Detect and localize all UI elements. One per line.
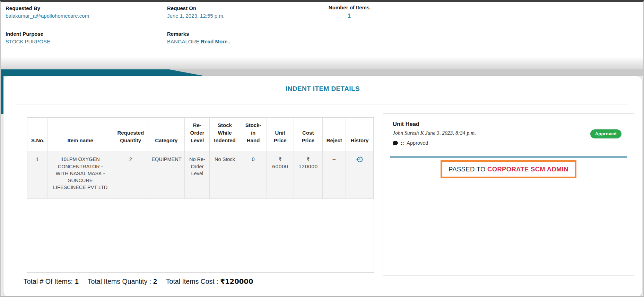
total-items-value: 1: [75, 278, 79, 285]
passed-to-box: PASSED TO CORPORATE SCM ADMIN: [441, 160, 576, 178]
col-reorder-level: Re-Order Level: [185, 118, 210, 151]
passed-to-prefix: PASSED TO: [449, 166, 486, 173]
indent-purpose-value: STOCK PURPOSE: [6, 39, 50, 44]
col-requested-quantity: Requested Quantity: [113, 118, 148, 151]
cell-sno: 1: [27, 151, 47, 199]
cell-history: [346, 151, 373, 199]
comment-row: :: Approved: [393, 140, 428, 146]
cell-unit-price: ₹60000: [267, 151, 294, 199]
request-on-field: Request On June 1, 2023, 12:55 p.m.: [167, 5, 225, 19]
col-unit-price: Unit Price: [267, 118, 294, 151]
col-stock-while-indented: Stock While Indented: [210, 118, 240, 151]
total-items: Total # Of Items:1: [24, 278, 79, 286]
requested-by-field: Requested By balakumar_a@apollohomecare.…: [6, 5, 89, 19]
col-history: History: [346, 118, 373, 151]
table-row: 1 10LPM OXYGEN CONCENTRATOR - WITH NASAL…: [27, 151, 374, 199]
status-badge: Approved: [590, 129, 621, 138]
card-title-divider: [17, 104, 628, 104]
remarks-text: BANGALORE: [167, 39, 199, 44]
col-cost-price: Cost Price: [294, 118, 322, 151]
total-quantity-label: Total Items Quantity :: [88, 278, 151, 285]
comment-text: Approved: [407, 140, 428, 146]
read-more-link[interactable]: Read More..: [201, 39, 230, 44]
items-table-container: S.No. Item name Requested Quantity Categ…: [27, 117, 374, 273]
comment-separator: ::: [401, 140, 404, 146]
indent-detail-screen: Requested By balakumar_a@apollohomecare.…: [0, 0, 644, 297]
requested-by-value: balakumar_a@apollohomecare.com: [6, 13, 89, 19]
cost-price-value: 120000: [298, 164, 317, 169]
comment-icon: [393, 141, 398, 146]
items-table: S.No. Item name Requested Quantity Categ…: [27, 118, 374, 199]
band-teal-left-strip: [1, 69, 3, 114]
band-gradient: [1, 57, 643, 69]
cost-price-currency: ₹: [297, 156, 319, 163]
totals-bar: Total # Of Items:1 Total Items Quantity …: [24, 278, 253, 286]
cell-reject: --: [322, 151, 346, 199]
cell-stock-while-indented: No Stock: [210, 151, 240, 199]
cell-item-name: 10LPM OXYGEN CONCENTRATOR - WITH NASAL M…: [47, 151, 113, 199]
total-items-label: Total # Of Items:: [24, 278, 73, 285]
remarks-field: Remarks BANGALORE Read More..: [167, 31, 230, 44]
approver-role: Unit Head: [393, 121, 419, 127]
remarks-value: BANGALORE Read More..: [167, 39, 230, 44]
number-of-items-value: 1: [306, 12, 392, 20]
remarks-label: Remarks: [167, 31, 230, 37]
unit-price-value: 60000: [272, 164, 288, 169]
col-reject: Reject: [322, 118, 346, 151]
total-quantity-value: 2: [153, 278, 157, 285]
number-of-items-label: Number of Items: [306, 5, 392, 10]
indent-purpose-label: Indent Purpose: [6, 31, 50, 37]
col-category: Category: [148, 118, 185, 151]
cell-category: EQUIPMENT: [148, 151, 185, 199]
unit-price-currency: ₹: [270, 156, 290, 163]
passed-to-target: CORPORATE SCM ADMIN: [487, 166, 568, 173]
approver-meta: John Suresh K June 3, 2023, 8:34 p.m.: [393, 130, 476, 136]
cell-stock-in-hand: 0: [240, 151, 267, 199]
total-cost-value: ₹120000: [220, 278, 253, 286]
approval-panel: Unit Head John Suresh K June 3, 2023, 8:…: [383, 113, 634, 276]
col-stock-in-hand: Stock-in Hand: [240, 118, 267, 151]
table-header-row: S.No. Item name Requested Quantity Categ…: [27, 118, 374, 151]
indent-purpose-field: Indent Purpose STOCK PURPOSE: [6, 31, 50, 44]
request-on-value: June 1, 2023, 12:55 p.m.: [167, 13, 225, 19]
total-quantity: Total Items Quantity :2: [88, 278, 157, 286]
cell-cost-price: ₹120000: [294, 151, 322, 199]
total-cost: Total Items Cost :₹120000: [166, 278, 253, 286]
col-item-name: Item name: [47, 118, 113, 151]
total-cost-label: Total Items Cost :: [166, 278, 218, 285]
cell-requested-quantity: 2: [113, 151, 148, 199]
card-title: INDENT ITEM DETAILS: [3, 85, 642, 93]
history-icon[interactable]: [356, 156, 363, 163]
number-of-items-field: Number of Items 1: [306, 5, 392, 20]
request-on-label: Request On: [167, 5, 225, 11]
col-sno: S.No.: [27, 118, 47, 151]
panel-divider: [390, 156, 627, 158]
requested-by-label: Requested By: [6, 5, 89, 11]
cell-reorder-level: No Re-Order Level: [185, 151, 210, 199]
